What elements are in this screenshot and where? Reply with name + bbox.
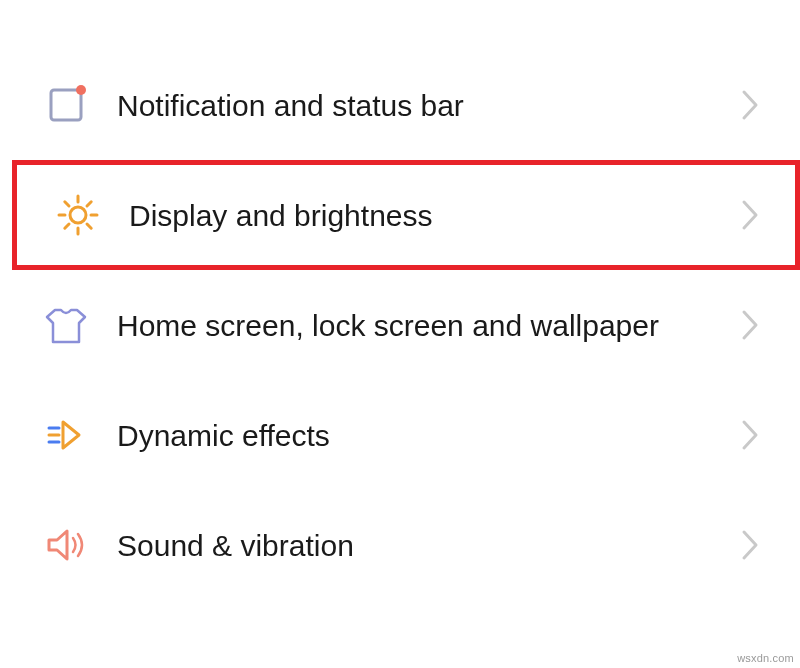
tshirt-icon	[45, 304, 87, 346]
settings-list: Notification and status bar	[0, 50, 800, 600]
chevron-right-icon	[740, 198, 760, 232]
chevron-right-icon	[740, 418, 760, 452]
svg-line-8	[87, 224, 91, 228]
settings-item-sound-vibration[interactable]: Sound & vibration	[0, 490, 800, 600]
svg-point-2	[70, 207, 86, 223]
sun-icon	[57, 194, 99, 236]
settings-item-label: Sound & vibration	[117, 526, 720, 565]
settings-item-label: Display and brightness	[129, 196, 720, 235]
settings-item-home-lock-wallpaper[interactable]: Home screen, lock screen and wallpaper	[0, 270, 800, 380]
speaker-icon	[45, 524, 87, 566]
chevron-right-icon	[740, 528, 760, 562]
notification-square-icon	[45, 84, 87, 126]
settings-item-dynamic-effects[interactable]: Dynamic effects	[0, 380, 800, 490]
settings-item-display-brightness[interactable]: Display and brightness	[12, 160, 800, 270]
chevron-right-icon	[740, 88, 760, 122]
settings-item-label: Home screen, lock screen and wallpaper	[117, 306, 720, 345]
svg-rect-0	[51, 90, 81, 120]
svg-point-1	[76, 85, 86, 95]
svg-line-9	[87, 202, 91, 206]
watermark: wsxdn.com	[737, 652, 794, 664]
chevron-right-icon	[740, 308, 760, 342]
settings-item-label: Notification and status bar	[117, 86, 720, 125]
settings-item-label: Dynamic effects	[117, 416, 720, 455]
settings-item-notification-status-bar[interactable]: Notification and status bar	[0, 50, 800, 160]
svg-line-7	[65, 202, 69, 206]
dynamic-arrow-icon	[45, 414, 87, 456]
svg-line-10	[65, 224, 69, 228]
